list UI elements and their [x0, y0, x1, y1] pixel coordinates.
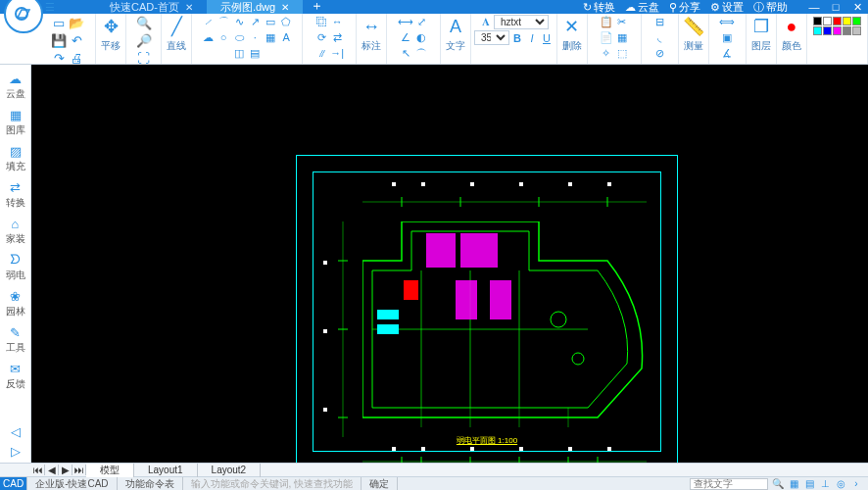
- search-input[interactable]: [690, 478, 768, 490]
- maximize-icon[interactable]: □: [829, 0, 843, 14]
- break-icon[interactable]: ⊘: [652, 46, 666, 60]
- sidebar-next-icon[interactable]: ▷: [8, 443, 24, 459]
- close-icon[interactable]: ✕: [281, 2, 289, 13]
- italic-icon[interactable]: I: [525, 31, 539, 45]
- text-icon[interactable]: A: [279, 30, 293, 44]
- sidebar-item-hatch[interactable]: ▨填充: [6, 143, 25, 173]
- font-name-select[interactable]: hztxt: [494, 15, 549, 29]
- ortho-icon[interactable]: ⊥: [819, 478, 831, 490]
- table-icon[interactable]: ▤: [248, 46, 262, 60]
- layout-next-icon[interactable]: ▶: [59, 465, 72, 475]
- trim-icon[interactable]: ⊟: [652, 15, 666, 28]
- minimize-icon[interactable]: —: [807, 0, 821, 14]
- grid-icon[interactable]: ▤: [803, 478, 815, 490]
- color-swatch[interactable]: [843, 17, 851, 25]
- redo-icon[interactable]: ↷: [51, 50, 67, 66]
- save-icon[interactable]: 💾: [51, 32, 67, 48]
- tab-document[interactable]: 示例图.dwg ✕: [207, 0, 303, 14]
- close-icon[interactable]: ✕: [185, 2, 193, 13]
- move-icon[interactable]: ↔: [330, 15, 344, 28]
- zoom-out-icon[interactable]: 🔎: [136, 32, 152, 48]
- sidebar-prev-icon[interactable]: ◁: [8, 423, 24, 439]
- layout-tab-model[interactable]: 模型: [86, 464, 134, 477]
- bold-icon[interactable]: B: [510, 31, 524, 45]
- explode-icon[interactable]: ✧: [600, 46, 613, 60]
- zoom-extent-icon[interactable]: ⛶: [136, 50, 152, 66]
- group-icon[interactable]: ⬚: [615, 46, 629, 60]
- sidebar-item-tools[interactable]: ✎工具: [6, 324, 25, 355]
- undo-icon[interactable]: ↶: [69, 32, 84, 48]
- help-button[interactable]: ⓘ 帮助: [753, 0, 788, 15]
- sidebar-item-cloud[interactable]: ☁云盘: [6, 71, 25, 101]
- snap-icon[interactable]: ▦: [788, 478, 799, 490]
- underline-icon[interactable]: U: [540, 31, 554, 45]
- more-icon[interactable]: ›: [850, 478, 862, 490]
- dim-radius-icon[interactable]: ◐: [414, 30, 428, 44]
- sidebar-item-home[interactable]: ⌂家装: [6, 216, 25, 246]
- color-swatch[interactable]: [852, 26, 861, 35]
- layout-last-icon[interactable]: ⏭: [72, 465, 86, 475]
- layout-tab-layout1[interactable]: Layout1: [134, 464, 198, 477]
- rect-icon[interactable]: ▭: [264, 15, 277, 28]
- drawing-canvas[interactable]: 弱电平面图 1:100: [31, 65, 868, 463]
- point-icon[interactable]: ·: [248, 30, 262, 44]
- area-icon[interactable]: ▣: [720, 30, 734, 44]
- cut-icon[interactable]: ✂: [615, 15, 629, 28]
- dim-aligned-icon[interactable]: ⤢: [414, 15, 428, 28]
- text-tool-icon[interactable]: A: [444, 15, 467, 38]
- sidebar-item-library[interactable]: ▦图库: [6, 107, 25, 137]
- extend-icon[interactable]: →|: [330, 46, 344, 60]
- print-icon[interactable]: 🖨: [69, 50, 84, 66]
- osnap-icon[interactable]: ◎: [835, 478, 846, 490]
- cloud-icon[interactable]: ☁: [201, 30, 215, 44]
- cloud-button[interactable]: ☁ 云盘: [625, 0, 659, 15]
- color-swatch[interactable]: [823, 17, 832, 25]
- dim-linear-icon[interactable]: ⟷: [399, 15, 412, 28]
- clip-copy-icon[interactable]: 📋: [600, 15, 613, 28]
- sidebar-item-weakelec[interactable]: ᗤ弱电: [6, 252, 25, 282]
- annotate-icon[interactable]: ↔: [360, 15, 383, 38]
- paste-icon[interactable]: 📄: [600, 30, 613, 44]
- color-swatch[interactable]: [813, 26, 822, 35]
- color-swatch[interactable]: [843, 26, 851, 35]
- color-swatch[interactable]: [852, 17, 861, 25]
- color-swatch[interactable]: [833, 26, 842, 35]
- ray-icon[interactable]: ↗: [248, 15, 262, 28]
- add-tab-icon[interactable]: ＋: [309, 0, 324, 14]
- convert-button[interactable]: ↻ 转换: [583, 0, 615, 15]
- array-icon[interactable]: ▦: [615, 30, 629, 44]
- share-button[interactable]: ⚲ 分享: [669, 0, 700, 15]
- dim-leader-icon[interactable]: ↖: [399, 46, 412, 60]
- circle-icon[interactable]: ○: [217, 30, 230, 44]
- angle-icon[interactable]: ∡: [720, 46, 734, 60]
- settings-button[interactable]: ⚙ 设置: [710, 0, 744, 15]
- hatch-icon[interactable]: ▦: [264, 30, 277, 44]
- pan-icon[interactable]: ✥: [99, 15, 122, 38]
- dim-angular-icon[interactable]: ∠: [399, 30, 412, 44]
- dist-icon[interactable]: ⟺: [720, 15, 734, 28]
- color-swatch[interactable]: [813, 17, 822, 25]
- sidebar-item-feedback[interactable]: ✉反馈: [6, 361, 25, 391]
- search-icon[interactable]: 🔍: [772, 478, 784, 490]
- poly-icon[interactable]: ⬠: [279, 15, 293, 28]
- line-icon[interactable]: ╱: [165, 15, 188, 38]
- offset-icon[interactable]: ⫽: [314, 46, 328, 60]
- sidebar-item-garden[interactable]: ❀园林: [6, 288, 25, 318]
- spline-icon[interactable]: ∿: [232, 15, 246, 28]
- polyline-icon[interactable]: ⟋: [201, 15, 215, 28]
- arc-icon[interactable]: ⌒: [217, 15, 230, 28]
- sidebar-item-convert[interactable]: ⇄转换: [6, 179, 25, 210]
- layout-first-icon[interactable]: ⏮: [31, 465, 45, 475]
- block-icon[interactable]: ◫: [232, 46, 246, 60]
- layout-tab-layout2[interactable]: Layout2: [198, 464, 262, 477]
- color-icon[interactable]: ●: [780, 15, 803, 38]
- command-input[interactable]: 输入功能或命令关键词, 快速查找功能: [183, 477, 362, 491]
- close-window-icon[interactable]: ✕: [850, 0, 864, 14]
- mirror-icon[interactable]: ⇄: [330, 30, 344, 44]
- zoom-in-icon[interactable]: 🔍: [136, 15, 152, 30]
- ok-button[interactable]: 确定: [362, 477, 398, 491]
- color-swatch[interactable]: [823, 26, 832, 35]
- color-swatch[interactable]: [833, 17, 842, 25]
- layer-icon[interactable]: ❐: [749, 15, 773, 38]
- open-icon[interactable]: 📂: [69, 15, 84, 30]
